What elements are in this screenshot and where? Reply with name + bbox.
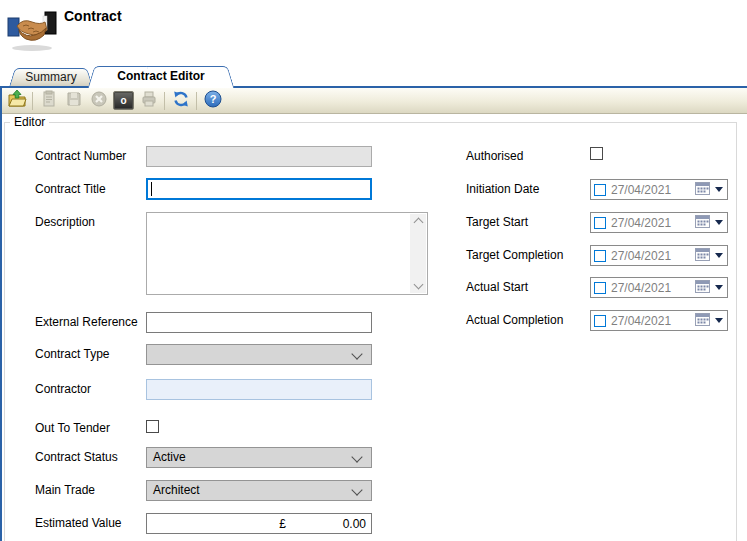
contract-number-input	[146, 146, 372, 167]
contract-type-dropdown[interactable]	[146, 344, 372, 365]
description-textarea[interactable]	[146, 212, 428, 295]
record-o-icon: o	[113, 91, 134, 110]
target-completion-picker[interactable]: 27/04/2021	[590, 245, 728, 266]
chevron-down-icon	[351, 484, 362, 495]
authorised-label: Authorised	[466, 149, 523, 163]
open-folder-icon	[7, 89, 27, 112]
help-icon: ?	[203, 89, 223, 112]
date-value: 27/04/2021	[611, 183, 695, 197]
svg-text:?: ?	[209, 93, 216, 105]
date-value: 27/04/2021	[611, 281, 695, 295]
editor-groupbox-label: Editor	[10, 115, 49, 129]
scroll-up-icon[interactable]	[413, 218, 423, 228]
currency-symbol: £	[279, 517, 286, 531]
date-enable-checkbox[interactable]	[594, 315, 606, 327]
date-enable-checkbox[interactable]	[594, 282, 606, 294]
target-start-picker[interactable]: 27/04/2021	[590, 212, 728, 233]
main-trade-dropdown[interactable]: Architect	[146, 480, 372, 501]
initiation-date-picker[interactable]: 27/04/2021	[590, 179, 728, 200]
calendar-icon[interactable]	[695, 313, 710, 329]
help-button[interactable]: ?	[200, 90, 225, 112]
calendar-icon[interactable]	[695, 215, 710, 231]
date-enable-checkbox[interactable]	[594, 250, 606, 262]
contractor-input[interactable]	[146, 379, 372, 400]
date-value: 27/04/2021	[611, 249, 695, 263]
actual-start-picker[interactable]: 27/04/2021	[590, 277, 728, 298]
toolbar-separator	[32, 92, 33, 110]
date-enable-checkbox[interactable]	[594, 217, 606, 229]
description-label: Description	[35, 215, 95, 229]
main-trade-value: Architect	[153, 481, 200, 500]
toolbar-separator	[164, 92, 165, 110]
estimated-value-amount: 0.00	[286, 517, 366, 531]
dropdown-arrow-icon[interactable]	[715, 187, 723, 192]
paste-document-button	[36, 90, 61, 112]
contract-status-dropdown[interactable]: Active	[146, 447, 372, 468]
text-caret	[151, 182, 152, 196]
description-scrollbar[interactable]	[410, 214, 426, 293]
cancel-icon	[89, 89, 109, 112]
refresh-button[interactable]	[168, 90, 193, 112]
initiation-date-label: Initiation Date	[466, 182, 539, 196]
scroll-down-icon[interactable]	[413, 280, 423, 290]
page-title: Contract	[64, 8, 122, 24]
tab-contract-editor[interactable]: Contract Editor	[91, 66, 231, 88]
estimated-value-label: Estimated Value	[35, 516, 122, 530]
out-to-tender-label: Out To Tender	[35, 421, 110, 435]
main-trade-label: Main Trade	[35, 483, 95, 497]
tab-contract-editor-label: Contract Editor	[91, 66, 231, 86]
contract-window: Contract Summary Contract Editor	[0, 0, 747, 541]
date-enable-checkbox[interactable]	[594, 184, 606, 196]
external-reference-label: External Reference	[35, 315, 138, 329]
open-folder-button[interactable]	[4, 90, 29, 112]
print-button	[136, 90, 161, 112]
calendar-icon[interactable]	[695, 182, 710, 198]
save-icon	[64, 89, 84, 112]
contract-title-input[interactable]	[146, 178, 372, 200]
external-reference-input[interactable]	[146, 312, 372, 333]
refresh-icon	[171, 89, 191, 112]
paste-document-icon	[39, 89, 59, 112]
actual-completion-picker[interactable]: 27/04/2021	[590, 310, 728, 331]
panel-left-border	[0, 88, 2, 541]
dropdown-arrow-icon[interactable]	[715, 220, 723, 225]
tab-summary[interactable]: Summary	[12, 68, 90, 86]
calendar-icon[interactable]	[695, 248, 710, 264]
target-completion-label: Target Completion	[466, 248, 563, 262]
print-icon	[139, 89, 159, 112]
contract-status-value: Active	[153, 448, 186, 467]
contractor-label: Contractor	[35, 382, 91, 396]
contract-type-label: Contract Type	[35, 347, 109, 361]
cancel-button	[86, 90, 111, 112]
authorised-checkbox[interactable]	[590, 147, 603, 160]
dropdown-arrow-icon[interactable]	[715, 253, 723, 258]
toolbar-separator	[196, 92, 197, 110]
contract-title-label: Contract Title	[35, 182, 106, 196]
chevron-down-icon	[351, 348, 362, 359]
date-value: 27/04/2021	[611, 314, 695, 328]
contract-status-label: Contract Status	[35, 450, 118, 464]
tab-summary-label: Summary	[12, 68, 90, 86]
toolbar: o	[0, 88, 747, 114]
out-to-tender-checkbox[interactable]	[146, 420, 159, 433]
date-value: 27/04/2021	[611, 216, 695, 230]
dropdown-arrow-icon[interactable]	[715, 318, 723, 323]
calendar-icon[interactable]	[695, 280, 710, 296]
actual-start-label: Actual Start	[466, 280, 528, 294]
save-button	[61, 90, 86, 112]
actual-completion-label: Actual Completion	[466, 313, 563, 327]
contract-number-label: Contract Number	[35, 149, 126, 163]
dropdown-arrow-icon[interactable]	[715, 285, 723, 290]
estimated-value-input[interactable]: £ 0.00	[146, 513, 372, 534]
record-o-button[interactable]: o	[111, 90, 136, 112]
handshake-icon	[7, 4, 57, 52]
chevron-down-icon	[351, 451, 362, 462]
target-start-label: Target Start	[466, 215, 528, 229]
